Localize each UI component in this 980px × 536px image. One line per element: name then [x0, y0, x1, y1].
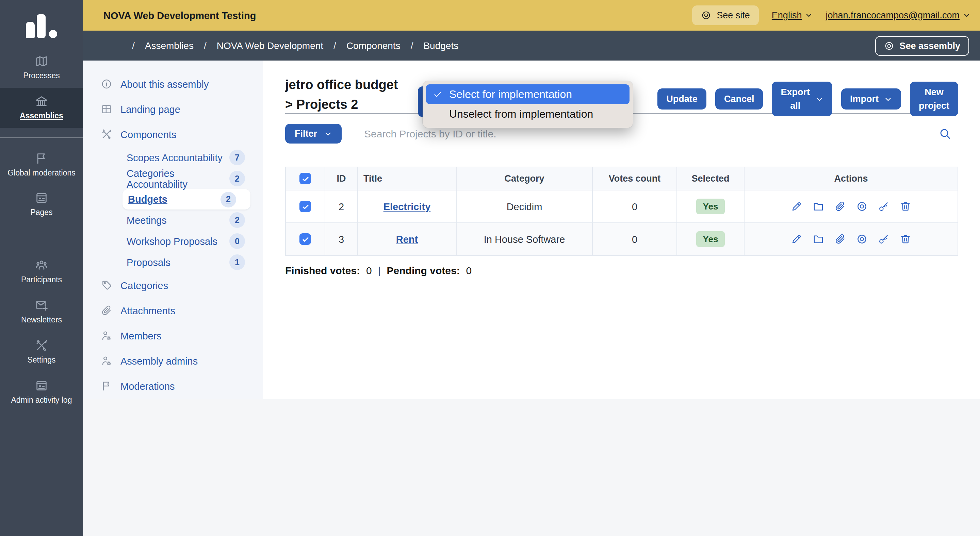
nav-item-label: Meetings: [127, 215, 167, 225]
attachment-icon[interactable]: [834, 201, 846, 212]
count-badge: 2: [229, 171, 245, 186]
search-input[interactable]: [363, 127, 939, 140]
menu-option-select-for-implementation[interactable]: Select for implementation: [426, 84, 630, 104]
nav-item-budgets[interactable]: Budgets 2: [123, 189, 250, 209]
row-checkbox[interactable]: [299, 233, 311, 245]
new-project-button[interactable]: New project: [910, 82, 958, 116]
new-project-label: New project: [919, 86, 950, 112]
update-button[interactable]: Update: [657, 89, 706, 109]
nav-item-members[interactable]: Members: [83, 323, 263, 348]
nav-item-meetings[interactable]: Meetings 2: [83, 209, 263, 231]
project-title-link[interactable]: Electricity: [383, 201, 431, 212]
toolbar: Update Cancel Export all Import New proj…: [657, 82, 958, 116]
see-site-button[interactable]: See site: [692, 5, 759, 25]
nav-item-workshop-proposals[interactable]: Workshop Proposals 0: [83, 231, 263, 252]
breadcrumb-item-components[interactable]: Components: [347, 40, 401, 51]
breadcrumb-item-budgets[interactable]: Budgets: [423, 40, 458, 51]
sidebar-item-admin-activity-log[interactable]: Admin activity log: [0, 372, 83, 412]
count-badge: 0: [229, 233, 245, 249]
decidim-admin-app: Processes Assemblies Global moderations …: [0, 0, 980, 536]
nav-item-proposals[interactable]: Proposals 1: [83, 252, 263, 273]
filter-button[interactable]: Filter: [285, 124, 342, 144]
chevron-down-icon: [884, 95, 892, 103]
filter-label: Filter: [295, 128, 317, 139]
sidebar-item-participants[interactable]: Participants: [0, 252, 83, 292]
folder-icon[interactable]: [813, 201, 824, 212]
nav-item-label: Budgets: [128, 194, 167, 205]
sidebar-item-label: Admin activity log: [11, 396, 72, 405]
nav-item-label: Categories: [121, 280, 168, 291]
pending-votes-label: Pending votes:: [387, 265, 460, 276]
breadcrumb-separator: /: [132, 40, 135, 51]
assembly-nav: About this assembly Landing page Compone…: [83, 60, 263, 399]
delete-icon[interactable]: [900, 233, 911, 245]
logo-bar: [37, 14, 46, 38]
votes-separator: |: [378, 265, 381, 276]
sidebar-item-global-moderations[interactable]: Global moderations: [0, 144, 83, 185]
preview-icon[interactable]: [856, 201, 868, 212]
row-checkbox[interactable]: [299, 201, 311, 212]
sidebar-item-assemblies[interactable]: Assemblies: [0, 88, 83, 128]
delete-icon[interactable]: [900, 201, 911, 212]
breadcrumb-separator: /: [411, 40, 414, 51]
votes-summary: Finished votes: 0 | Pending votes: 0: [285, 265, 958, 276]
attachment-icon[interactable]: [834, 233, 846, 245]
export-all-button[interactable]: Export all: [772, 82, 832, 116]
project-title-link[interactable]: Rent: [396, 234, 418, 244]
nav-item-moderations[interactable]: Moderations: [83, 373, 263, 399]
header-selected: Selected: [677, 167, 744, 190]
home-icon[interactable]: [110, 40, 122, 52]
permissions-key-icon[interactable]: [878, 201, 889, 212]
finished-votes-label: Finished votes:: [285, 265, 360, 276]
nav-item-about-assembly[interactable]: About this assembly: [83, 71, 263, 97]
nav-item-label: Members: [121, 330, 162, 341]
selected-badge: Yes: [696, 198, 725, 214]
main-panel: jetro office budget > Projects 2 Update …: [263, 60, 980, 399]
organization-title: NOVA Web Development Testing: [103, 10, 256, 21]
sidebar-item-processes[interactable]: Processes: [0, 48, 83, 88]
layout-icon: [101, 103, 112, 115]
target-icon: [884, 40, 894, 51]
folder-icon[interactable]: [813, 233, 824, 245]
sidebar-item-newsletters[interactable]: Newsletters: [0, 292, 83, 332]
import-button[interactable]: Import: [841, 89, 901, 109]
permissions-key-icon[interactable]: [878, 233, 889, 245]
nav-item-attachments[interactable]: Attachments: [83, 298, 263, 323]
breadcrumb-item-assemblies[interactable]: Assemblies: [145, 40, 194, 51]
breadcrumb-item-assembly[interactable]: NOVA Web Development: [217, 40, 323, 51]
nav-item-categories[interactable]: Categories: [83, 273, 263, 298]
edit-icon[interactable]: [791, 201, 802, 212]
sidebar-item-label: Pages: [30, 208, 52, 218]
language-dropdown[interactable]: English: [772, 10, 813, 21]
activity-log-icon: [35, 379, 48, 392]
nav-item-components[interactable]: Components: [83, 122, 263, 147]
update-label: Update: [666, 94, 698, 104]
app-sidebar: Processes Assemblies Global moderations …: [0, 0, 83, 536]
menu-option-unselect-from-implementation[interactable]: Unselect from implementation: [426, 104, 630, 124]
breadcrumb: / Assemblies / NOVA Web Development / Co…: [83, 31, 980, 60]
nav-item-assembly-admins[interactable]: Assembly admins: [83, 348, 263, 373]
search-icon[interactable]: [939, 127, 951, 140]
actions-cell: [750, 201, 952, 212]
nav-item-label: Components: [121, 129, 176, 140]
see-assembly-button[interactable]: See assembly: [875, 36, 969, 56]
user-menu[interactable]: johan.francocampos@gmail.com: [826, 10, 970, 21]
decidim-logo[interactable]: [26, 11, 59, 38]
preview-icon[interactable]: [856, 233, 868, 245]
sidebar-item-pages[interactable]: Pages: [0, 185, 83, 225]
header-actions: Actions: [744, 167, 958, 190]
page-title: jetro office budget > Projects 2: [285, 76, 398, 114]
sidebar-divider: [0, 137, 83, 138]
nav-item-label: Attachments: [121, 305, 175, 316]
nav-item-categories-accountability[interactable]: Categories Accountability 2: [83, 168, 263, 189]
nav-item-scopes-accountability[interactable]: Scopes Accountability 7: [83, 147, 263, 168]
sidebar-item-settings[interactable]: Settings: [0, 332, 83, 372]
see-site-label: See site: [717, 10, 750, 21]
pending-votes-value: 0: [466, 265, 472, 276]
edit-icon[interactable]: [791, 233, 802, 245]
projects-table: ID Title Category Votes count Selected A…: [285, 167, 958, 256]
cancel-button[interactable]: Cancel: [715, 89, 763, 109]
count-badge: 2: [229, 212, 245, 228]
nav-item-landing-page[interactable]: Landing page: [83, 97, 263, 122]
select-all-checkbox[interactable]: [299, 173, 311, 184]
